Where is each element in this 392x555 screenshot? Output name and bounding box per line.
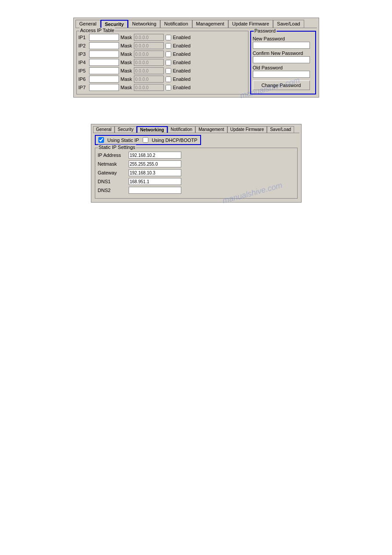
ip2-label: IP2 [79,43,88,48]
change-password-button[interactable]: Change Password [253,80,310,90]
gateway-input[interactable] [129,169,181,176]
enabled5-label: Enabled [173,68,191,73]
confirm-password-input[interactable] [253,56,310,63]
ip-address-row: IP Address [98,152,295,159]
mask5-input[interactable] [134,67,164,74]
ip3-label: IP3 [79,51,88,57]
tab-save-load[interactable]: Save/Load [273,20,304,28]
dhcp-label: Using DHCP/BOOTP [152,138,198,143]
access-ip-title: Access IP Table [79,28,115,33]
mask1-label: Mask [121,35,132,40]
tab-general[interactable]: General [76,20,101,28]
tab-security[interactable]: Security [101,20,128,28]
ip-row-2: IP2 Mask Enabled [79,42,246,49]
ip-row-5: IP5 Mask Enabled [79,67,246,74]
mask6-input[interactable] [134,76,164,83]
enabled4-checkbox[interactable] [165,60,171,65]
ip4-input[interactable] [89,59,119,66]
security-panel: General Security Networking Notification… [73,18,319,98]
enabled5-checkbox[interactable] [165,68,171,74]
ip-row-7: IP7 Mask Enabled [79,84,246,91]
enabled2-checkbox[interactable] [165,43,171,49]
static-ip-settings: Static IP Settings IP Address Netmask Ga… [95,148,298,199]
mask4-label: Mask [121,60,132,65]
gateway-label: Gateway [98,170,129,175]
security-tab-bar: General Security Networking Notification… [76,20,317,28]
password-section: Password New Password Confirm New Passwo… [250,31,316,94]
old-password-label: Old Password [253,65,313,70]
net-tab-update-firmware[interactable]: Update Firmware [227,126,267,133]
password-title: Password [254,28,277,33]
net-tab-general[interactable]: General [93,126,115,133]
mask1-input[interactable] [134,34,164,41]
dns1-input[interactable] [129,178,181,185]
new-password-input[interactable] [253,42,310,49]
mask5-label: Mask [121,68,132,73]
enabled6-label: Enabled [173,76,191,82]
netmask-row: Netmask [98,160,295,167]
ip6-label: IP6 [79,76,88,82]
ip-row-1: IP1 Mask Enabled [79,34,246,41]
dns1-row: DNS1 [98,178,295,185]
ip-row-3: IP3 Mask Enabled [79,51,246,58]
old-password-input[interactable] [253,71,310,78]
new-password-label: New Password [253,36,313,41]
ip4-label: IP4 [79,60,88,65]
ip1-label: IP1 [79,35,88,40]
ip-options-group: Using Static IP Using DHCP/BOOTP [95,135,201,145]
dns2-label: DNS2 [98,188,129,193]
net-tab-networking[interactable]: Networking [137,126,167,133]
mask2-input[interactable] [134,42,164,49]
networking-tab-bar: General Security Networking Notification… [93,126,299,133]
net-tab-management[interactable]: Management [195,126,227,133]
ip-address-label: IP Address [98,152,129,158]
tab-networking[interactable]: Networking [128,20,160,28]
ip6-input[interactable] [89,76,119,83]
enabled3-label: Enabled [173,51,191,57]
ip5-input[interactable] [89,67,119,74]
netmask-label: Netmask [98,161,129,167]
networking-panel: General Security Networking Notification… [91,124,302,203]
dhcp-checkbox[interactable] [143,137,148,143]
net-tab-save-load[interactable]: Save/Load [267,126,294,133]
tab-notification[interactable]: Notification [160,20,192,28]
enabled7-label: Enabled [173,85,191,90]
gateway-row: Gateway [98,169,295,176]
enabled3-checkbox[interactable] [165,51,171,57]
mask4-input[interactable] [134,59,164,66]
ip3-input[interactable] [89,51,119,58]
ip2-input[interactable] [89,42,119,49]
net-tab-notification[interactable]: Notification [168,126,195,133]
enabled1-checkbox[interactable] [165,35,171,40]
security-content: Access IP Table IP1 Mask Enabled IP2 Mas… [76,30,317,95]
static-ip-checkbox[interactable] [98,137,104,143]
dns2-row: DNS2 [98,187,295,194]
ip1-input[interactable] [89,34,119,41]
enabled6-checkbox[interactable] [165,76,171,82]
mask7-input[interactable] [134,84,164,91]
confirm-password-label: Confirm New Password [253,51,313,56]
netmask-input[interactable] [129,160,181,167]
static-ip-settings-title: Static IP Settings [98,145,137,150]
enabled2-label: Enabled [173,43,191,48]
dns2-input[interactable] [129,187,181,194]
tab-update-firmware[interactable]: Update Firmware [228,20,273,28]
enabled1-label: Enabled [173,35,191,40]
page-wrapper: General Security Networking Notification… [0,0,392,220]
net-tab-security[interactable]: Security [115,126,137,133]
enabled7-checkbox[interactable] [165,85,171,91]
access-ip-table: Access IP Table IP1 Mask Enabled IP2 Mas… [76,31,248,94]
ip7-label: IP7 [79,85,88,90]
mask7-label: Mask [121,85,132,90]
ip-address-input[interactable] [129,152,181,159]
static-ip-label: Using Static IP [108,138,139,143]
ip-row-4: IP4 Mask Enabled [79,59,246,66]
ip5-label: IP5 [79,68,88,73]
mask3-input[interactable] [134,51,164,58]
enabled4-label: Enabled [173,60,191,65]
tab-management[interactable]: Management [192,20,228,28]
mask6-label: Mask [121,76,132,82]
mask2-label: Mask [121,43,132,48]
mask3-label: Mask [121,51,132,57]
ip7-input[interactable] [89,84,119,91]
